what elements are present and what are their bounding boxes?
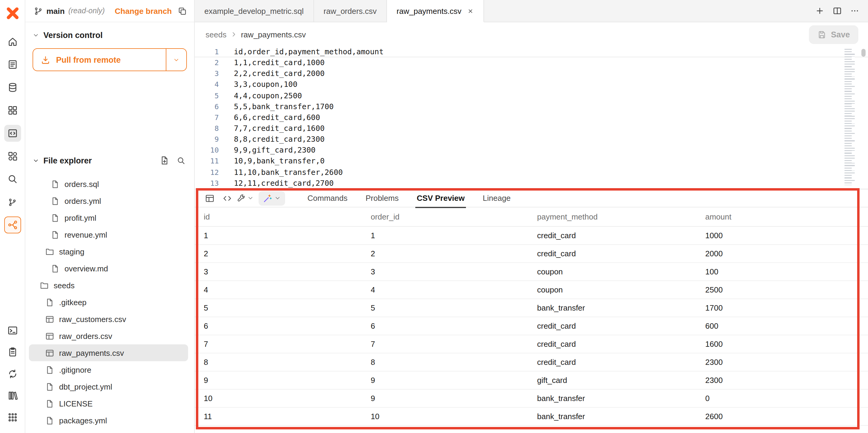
rail-item-terminal[interactable] [4,322,21,339]
rail-item-code-editor[interactable] [4,125,21,142]
magic-wand-icon [263,193,273,203]
file-explorer-title: File explorer [43,156,92,165]
csv-cell: 2 [371,249,537,258]
csv-row[interactable]: 11credit_card1000 [195,227,868,245]
rail-item-git-branch[interactable] [4,194,21,210]
csv-cell: bank_transfer [537,394,705,403]
line-text: 3,3,coupon,100 [219,79,298,90]
file-item-seeds[interactable]: seeds [29,277,188,294]
rail-item-library[interactable] [4,387,21,404]
dbt-logo-icon[interactable] [4,5,21,22]
copy-branch-icon[interactable] [178,6,187,16]
panel-tab-Commands[interactable]: Commands [299,189,356,207]
csv-cell: 7 [371,340,537,349]
chevron-down-icon[interactable] [33,157,39,164]
rail-item-lineage[interactable] [4,216,21,233]
csv-row[interactable]: 55bank_transfer1700 [195,299,868,317]
line-number: 4 [195,79,219,90]
file-item-label: profit.yml [64,213,96,222]
activity-rail [0,0,25,433]
csv-row[interactable]: 88credit_card2300 [195,353,868,372]
file-item-staging[interactable]: staging [29,243,188,260]
ai-assist-button[interactable] [258,191,285,205]
rail-item-clipboard[interactable] [4,344,21,360]
panel-tab-Problems[interactable]: Problems [356,189,408,207]
csv-cell: 6 [204,321,371,330]
tab-label: example_develop_metric.sql [204,6,304,16]
csv-row[interactable]: 109bank_transfer0 [195,389,868,408]
file-item-.gitkeep[interactable]: .gitkeep [29,294,188,311]
breadcrumb-parent[interactable]: seeds [206,30,226,39]
search-files-icon[interactable] [177,156,186,165]
minimap[interactable] [844,49,855,185]
csv-row[interactable]: 1110bank_transfer2600 [195,408,868,426]
save-button[interactable]: Save [809,25,858,44]
rail-item-list[interactable] [4,56,21,73]
editor-line: 1312,11,credit_card,2700 [195,178,868,189]
csv-row[interactable]: 33coupon100 [195,263,868,281]
pull-from-remote-main[interactable]: Pull from remote [33,49,166,70]
line-number: 13 [195,178,219,189]
editor-tab-raw_payments.csv[interactable]: raw_payments.csv [387,0,484,22]
file-item-orders.yml[interactable]: orders.yml [29,192,188,209]
new-file-icon[interactable] [160,155,169,165]
file-item-label: LICENSE [59,399,93,408]
editor-tab-raw_orders.csv[interactable]: raw_orders.csv [314,0,387,22]
panel-tab-CSV Preview[interactable]: CSV Preview [408,189,474,207]
csv-cell: 4 [204,285,371,294]
file-icon [45,416,54,425]
file-item-raw_customers.csv[interactable]: raw_customers.csv [29,311,188,327]
split-editor-icon[interactable] [832,6,842,16]
rail-item-grid[interactable] [4,102,21,119]
csv-cell: credit_card [537,249,705,258]
compiled-code-button[interactable] [219,191,235,205]
file-item-raw_payments.csv[interactable]: raw_payments.csv [29,344,188,361]
csv-row[interactable]: 44coupon2500 [195,281,868,299]
csv-row[interactable]: 22credit_card2000 [195,245,868,263]
csv-column-header[interactable]: order_id [371,212,537,221]
line-number: 1 [195,47,219,57]
more-options-icon[interactable] [850,6,860,16]
file-item-orders.sql[interactable]: orders.sql [29,175,188,192]
rail-item-home[interactable] [4,33,21,50]
rail-item-sync[interactable] [4,366,21,382]
pull-options-button[interactable] [166,49,186,70]
file-icon [45,399,54,408]
file-item-revenue.yml[interactable]: revenue.yml [29,226,188,243]
rail-item-database[interactable] [4,79,21,96]
build-menu-button[interactable] [237,191,254,205]
editor-scrollbar[interactable] [861,49,866,57]
tab-bar-tabs: example_develop_metric.sqlraw_orders.csv… [195,0,484,22]
csv-cell: 6 [371,321,537,330]
csv-row[interactable]: 99gift_card2300 [195,372,868,389]
csv-row[interactable]: 66credit_card600 [195,317,868,335]
file-item-overview.md[interactable]: overview.md [29,260,188,277]
editor-tab-example_develop_metric.sql[interactable]: example_develop_metric.sql [195,0,314,22]
csv-column-header[interactable]: payment_method [537,212,705,221]
pull-from-remote-button[interactable]: Pull from remote [33,48,187,71]
csv-column-header[interactable]: amount [705,212,868,221]
file-item-profit.yml[interactable]: profit.yml [29,209,188,226]
new-tab-icon[interactable] [815,6,825,16]
csv-cell: 10 [371,412,537,421]
results-table-button[interactable] [202,191,218,205]
version-control-header[interactable]: Version control [33,31,187,40]
code-editor[interactable]: 1id,order_id,payment_method,amount21,1,c… [195,47,868,189]
file-item-.gitignore[interactable]: .gitignore [29,361,188,378]
file-item-LICENSE[interactable]: LICENSE [29,395,188,412]
rail-item-apps[interactable] [4,409,21,426]
rail-item-components[interactable] [4,148,21,165]
change-branch-link[interactable]: Change branch [115,6,172,16]
chevron-down-icon [274,195,281,201]
file-item-dbt_project.yml[interactable]: dbt_project.yml [29,378,188,395]
rail-item-search[interactable] [4,171,21,187]
wrench-icon [237,194,246,203]
file-item-packages.yml[interactable]: packages.yml [29,412,188,429]
csv-row[interactable]: 77credit_card1600 [195,335,868,353]
chevron-down-icon [33,32,39,38]
csv-column-header[interactable]: id [204,212,371,221]
file-icon [45,298,54,307]
close-tab-icon[interactable] [467,7,473,14]
panel-tab-Lineage[interactable]: Lineage [474,189,520,207]
file-item-raw_orders.csv[interactable]: raw_orders.csv [29,327,188,344]
